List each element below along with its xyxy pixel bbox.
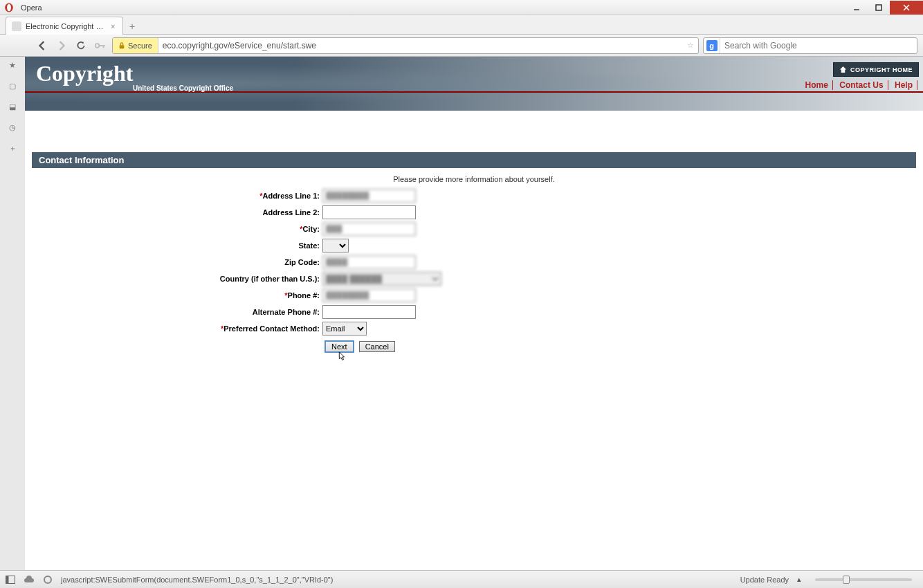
next-button[interactable]: Next <box>325 341 354 352</box>
input-address1[interactable] <box>322 189 416 203</box>
svg-rect-9 <box>120 45 125 48</box>
label-phone: Phone #: <box>288 291 320 300</box>
url-text: eco.copyright.gov/eService_enu/start.swe <box>158 41 683 50</box>
minimize-button[interactable] <box>846 1 868 15</box>
form-instruction: Please provide more information about yo… <box>32 175 916 183</box>
copyright-home-button[interactable]: COPYRIGHT HOME <box>833 62 919 77</box>
close-button[interactable] <box>890 1 923 15</box>
key-icon[interactable] <box>93 38 108 53</box>
link-help[interactable]: Help <box>890 80 917 90</box>
select-state[interactable] <box>322 239 349 252</box>
expand-icon[interactable]: ▴ <box>797 575 801 584</box>
secure-label: Secure <box>128 42 152 50</box>
label-zip: Zip Code: <box>284 258 320 266</box>
bookmark-star-icon[interactable]: ☆ <box>683 41 698 50</box>
history-icon[interactable]: ◷ <box>7 122 18 133</box>
browser-tab[interactable]: Electronic Copyright O... × <box>6 17 123 35</box>
svg-point-1 <box>7 3 11 11</box>
notes-icon[interactable]: ▢ <box>7 80 18 91</box>
select-contact-method[interactable]: Email <box>322 322 367 336</box>
side-panel: ★ ▢ ⬓ ◷ ＋ <box>0 57 25 570</box>
downloads-icon[interactable]: ⬓ <box>7 101 18 112</box>
tab-title: Electronic Copyright O... <box>26 22 104 30</box>
status-js-text: javascript:SWESubmitForm(document.SWEFor… <box>61 576 333 584</box>
input-zip[interactable] <box>322 255 416 269</box>
input-address2[interactable] <box>322 205 416 219</box>
opera-logo-icon <box>3 1 15 14</box>
search-field[interactable]: g <box>703 37 917 54</box>
sync-icon[interactable] <box>43 575 53 585</box>
label-contact-method: Preferred Contact Method: <box>223 324 320 333</box>
section-title: Contact Information <box>32 152 916 168</box>
link-contact[interactable]: Contact Us <box>835 80 888 90</box>
zoom-slider[interactable] <box>815 578 912 581</box>
svg-point-12 <box>44 576 51 583</box>
cloud-icon[interactable] <box>24 576 35 584</box>
address-bar[interactable]: Secure eco.copyright.gov/eService_enu/st… <box>112 37 699 54</box>
new-tab-button[interactable]: + <box>125 19 140 34</box>
label-country: Country (if other than U.S.): <box>220 275 320 283</box>
update-ready-label[interactable]: Update Ready <box>740 576 789 584</box>
site-subtitle: United States Copyright Office <box>133 84 233 92</box>
bookmarks-icon[interactable]: ★ <box>7 59 18 71</box>
reload-button[interactable] <box>73 38 89 53</box>
svg-point-6 <box>95 44 100 48</box>
browser-name: Opera <box>17 3 46 12</box>
panel-toggle-icon[interactable] <box>6 576 15 584</box>
page-icon <box>12 21 21 31</box>
cursor-icon <box>335 351 347 363</box>
tab-close-icon[interactable]: × <box>109 22 117 30</box>
lock-icon <box>118 42 125 49</box>
maximize-button[interactable] <box>868 1 890 15</box>
toolbar: Secure eco.copyright.gov/eService_enu/st… <box>0 35 923 57</box>
label-city: City: <box>303 225 320 233</box>
google-icon: g <box>706 40 718 51</box>
tab-bar: Electronic Copyright O... × + <box>0 15 923 35</box>
contact-form: *Address Line 1: Address Line 2: *City: … <box>32 189 916 352</box>
home-icon <box>839 66 847 73</box>
input-alt-phone[interactable] <box>322 305 416 319</box>
page-content: Copyright United States Copyright Office… <box>25 57 923 570</box>
label-address2: Address Line 2: <box>262 208 320 217</box>
svg-rect-3 <box>876 5 881 10</box>
label-address1: Address Line 1: <box>262 192 320 200</box>
header-links: Home Contact Us Help <box>801 80 917 90</box>
zoom-thumb[interactable] <box>843 576 850 584</box>
add-panel-icon[interactable]: ＋ <box>7 143 18 154</box>
back-button[interactable] <box>35 38 50 53</box>
label-alt-phone: Alternate Phone #: <box>253 308 320 316</box>
link-home[interactable]: Home <box>801 80 833 90</box>
input-city[interactable] <box>322 222 416 236</box>
site-header: Copyright United States Copyright Office… <box>25 57 923 111</box>
cancel-button[interactable]: Cancel <box>359 341 395 352</box>
svg-rect-11 <box>6 576 9 583</box>
status-bar: javascript:SWESubmitForm(document.SWEFor… <box>0 570 923 588</box>
search-input[interactable] <box>720 41 917 50</box>
label-state: State: <box>298 241 320 250</box>
search-engine-button[interactable]: g <box>704 38 720 53</box>
input-phone[interactable] <box>322 288 416 302</box>
select-country[interactable]: ████ ██████ <box>322 272 441 286</box>
forward-button[interactable] <box>54 38 69 53</box>
secure-badge[interactable]: Secure <box>113 38 158 53</box>
site-logo: Copyright <box>36 62 233 84</box>
window-title-bar: Opera <box>0 0 923 15</box>
